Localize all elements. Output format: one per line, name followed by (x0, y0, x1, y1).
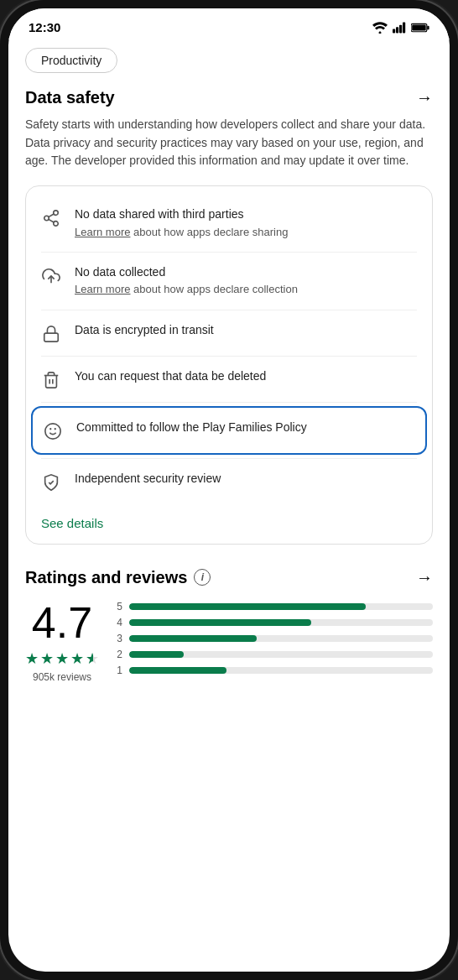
category-label: Productivity (41, 54, 101, 67)
status-icons (372, 22, 429, 34)
category-chip[interactable]: Productivity (25, 48, 117, 73)
bar-label-4: 4 (116, 617, 122, 628)
bar-fill-3 (129, 635, 257, 642)
bar-label-3: 3 (116, 633, 122, 644)
info-icon[interactable]: i (194, 569, 211, 586)
svg-rect-3 (403, 22, 405, 33)
svg-point-7 (54, 211, 59, 216)
bar-track-4 (129, 619, 433, 626)
security-review-main: Independent security review (75, 471, 417, 487)
bar-fill-1 (129, 667, 226, 674)
safety-item-security-review: Independent security review (26, 459, 432, 504)
svg-rect-6 (412, 24, 426, 30)
upload-icon (41, 266, 61, 286)
deletable-text: You can request that data be deleted (75, 368, 417, 385)
bar-row-2: 2 (116, 649, 433, 660)
wifi-icon (372, 22, 388, 34)
main-content: Productivity Data safety → Safety starts… (8, 39, 450, 972)
svg-rect-5 (427, 25, 429, 29)
ratings-arrow-icon[interactable]: → (416, 568, 433, 587)
star-half: ★★ (86, 649, 99, 668)
bar-row-4: 4 (116, 617, 433, 628)
stars: ★ ★ ★ ★ ★★ (25, 649, 99, 668)
data-safety-header: Data safety → (25, 88, 433, 107)
no-sharing-sub: Learn more about how apps declare sharin… (75, 225, 417, 240)
battery-icon (411, 22, 429, 34)
star-3: ★ (55, 649, 69, 668)
bar-track-5 (129, 603, 433, 610)
bar-label-5: 5 (116, 601, 122, 612)
ratings-content: 4.7 ★ ★ ★ ★ ★★ 905k reviews 5 (25, 601, 433, 683)
reviews-count: 905k reviews (25, 671, 99, 683)
deletable-main: You can request that data be deleted (75, 368, 417, 385)
svg-line-11 (49, 214, 54, 217)
svg-point-16 (45, 423, 60, 438)
ratings-header: Ratings and reviews i → (25, 568, 433, 587)
svg-rect-1 (396, 27, 398, 33)
svg-rect-13 (44, 333, 59, 341)
no-sharing-main: No data shared with third parties (75, 206, 417, 223)
svg-point-9 (54, 222, 59, 227)
bar-track-1 (129, 667, 433, 674)
star-2: ★ (40, 649, 54, 668)
svg-rect-2 (399, 24, 402, 33)
data-safety-arrow-icon[interactable]: → (416, 88, 433, 107)
encrypted-main: Data is encrypted in transit (75, 322, 417, 339)
bar-track-2 (129, 651, 433, 658)
phone-frame: 12:30 (0, 0, 458, 980)
svg-line-10 (49, 219, 54, 222)
star-4: ★ (70, 649, 84, 668)
families-main: Committed to follow the Play Families Po… (76, 420, 415, 436)
trash-icon (41, 370, 61, 390)
status-time: 12:30 (29, 20, 60, 34)
star-1: ★ (25, 649, 39, 668)
svg-point-8 (44, 216, 49, 221)
shield-check-icon (41, 472, 61, 493)
bar-fill-5 (129, 603, 366, 610)
encrypted-text: Data is encrypted in transit (75, 322, 417, 339)
smiley-icon (43, 421, 63, 441)
bar-row-3: 3 (116, 633, 433, 644)
share-icon (41, 208, 61, 228)
safety-card: No data shared with third parties Learn … (25, 185, 433, 545)
see-details-link[interactable]: See details (26, 504, 432, 535)
bars-container: 5 4 3 (116, 601, 433, 680)
svg-rect-0 (393, 29, 395, 33)
safety-item-deletable: You can request that data be deleted (26, 357, 432, 402)
data-safety-description: Safety starts with understanding how dev… (25, 116, 433, 170)
rating-number: 4.7 (25, 601, 99, 644)
status-bar: 12:30 (8, 8, 450, 39)
security-review-text: Independent security review (75, 471, 417, 487)
lock-icon (41, 324, 61, 344)
no-collection-text: No data collected Learn more about how a… (75, 264, 417, 298)
bar-fill-4 (129, 619, 311, 626)
families-text: Committed to follow the Play Families Po… (76, 420, 415, 436)
ratings-title-group: Ratings and reviews i (25, 568, 211, 587)
bar-label-2: 2 (116, 649, 122, 660)
phone-screen: 12:30 (8, 8, 450, 972)
ratings-title: Ratings and reviews (25, 568, 187, 587)
bar-fill-2 (129, 651, 184, 658)
big-rating: 4.7 ★ ★ ★ ★ ★★ 905k reviews (25, 601, 99, 683)
no-sharing-text: No data shared with third parties Learn … (75, 206, 417, 240)
bar-row-1: 1 (116, 665, 433, 676)
bar-label-1: 1 (116, 665, 122, 676)
data-safety-title: Data safety (25, 88, 115, 107)
bar-row-5: 5 (116, 601, 433, 612)
no-collection-sub: Learn more about how apps declare collec… (75, 282, 417, 297)
safety-item-encrypted: Data is encrypted in transit (26, 310, 432, 356)
safety-item-no-sharing: No data shared with third parties Learn … (26, 195, 432, 252)
safety-item-families: Committed to follow the Play Families Po… (31, 406, 427, 455)
no-collection-main: No data collected (75, 264, 417, 281)
bar-track-3 (129, 635, 433, 642)
safety-item-no-collection: No data collected Learn more about how a… (26, 253, 432, 310)
signal-icon (393, 22, 406, 34)
